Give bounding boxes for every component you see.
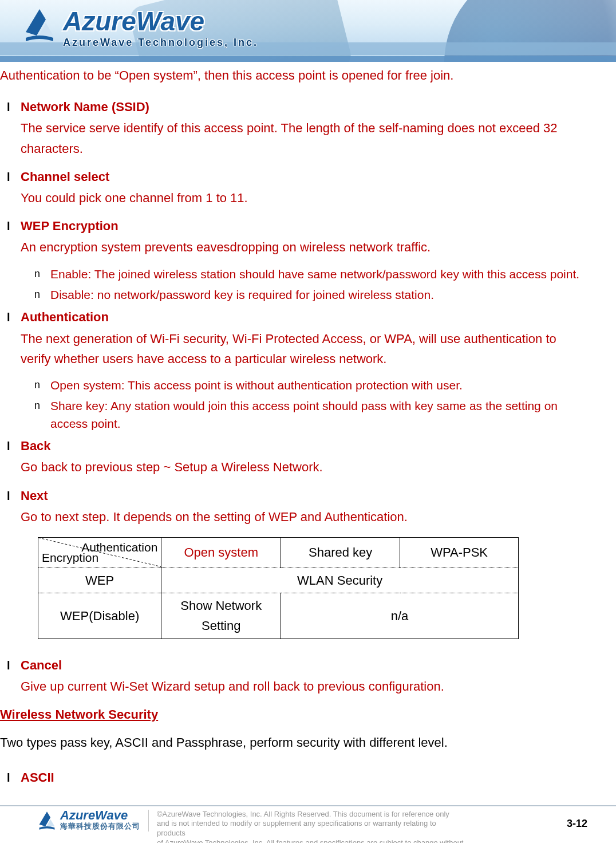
disclaimer-line: ©AzureWave Technologies, Inc. All Rights…: [157, 810, 466, 819]
item-wep-encryption: l WEP Encryption An encryption system pr…: [7, 216, 582, 304]
item-desc: You could pick one channel from 1 to 11.: [21, 188, 582, 208]
section-title-wireless-security: Wireless Network Security: [0, 704, 582, 724]
item-heading: Cancel: [21, 655, 582, 675]
item-heading: Next: [21, 486, 582, 506]
item-authentication: l Authentication The next generation of …: [7, 307, 582, 432]
diag-header-cell: Authentication Encryption: [38, 538, 161, 568]
col-shared-key: Shared key: [281, 538, 400, 568]
footer-logo-subtext: 海華科技股份有限公司: [60, 821, 140, 832]
azurewave-logo-icon: [23, 6, 56, 45]
intro-paragraph: Authentication to be “Open system”, then…: [0, 65, 582, 85]
item-cancel: l Cancel Give up current Wi-Set Wizard s…: [7, 655, 582, 696]
banner-logo-subtext: AzureWave Technologies, Inc.: [63, 37, 258, 49]
item-heading: WEP Encryption: [21, 216, 582, 236]
item-desc: Go back to previous step ~ Setup a Wirel…: [21, 457, 582, 477]
row-wep-label: WEP: [38, 568, 161, 593]
item-heading: Channel select: [21, 167, 582, 187]
section-text: Two types pass key, ASCII and Passphrase…: [0, 732, 582, 752]
item-network-name: l Network Name (SSID) The service serve …: [7, 97, 582, 159]
item-channel-select: l Channel select You could pick one chan…: [7, 167, 582, 208]
row-wep-disable-label: WEP(Disable): [38, 593, 161, 639]
bullet-icon: l: [7, 217, 10, 235]
item-desc: Go to next step. It depends on the setti…: [21, 507, 582, 527]
footer-logo: AzureWave 海華科技股份有限公司: [37, 810, 149, 832]
sub-bullet-icon: n: [34, 398, 40, 413]
footer-logo-text: AzureWave: [60, 810, 140, 822]
auth-encryption-matrix: Authentication Encryption Open system Sh…: [38, 537, 519, 639]
bullet-icon: l: [7, 769, 10, 787]
sub-bullet-icon: n: [34, 377, 40, 392]
bullet-icon: l: [7, 168, 10, 186]
item-heading: Authentication: [21, 307, 582, 327]
disclaimer-line: of AzureWave Technologies, Inc. All feat…: [157, 838, 466, 842]
page-footer: AzureWave 海華科技股份有限公司 ©AzureWave Technolo…: [0, 805, 616, 843]
sub-item-share-key: n Share key: Any station would join this…: [34, 397, 582, 432]
footer-disclaimer: ©AzureWave Technologies, Inc. All Rights…: [157, 810, 466, 843]
bullet-icon: l: [7, 656, 10, 675]
item-desc: The service serve identify of this acces…: [21, 118, 582, 158]
cell-na: n/a: [281, 593, 519, 639]
row-wep-value: WLAN Security: [161, 568, 519, 593]
sub-item-disable: n Disable: no network/password key is re…: [34, 286, 582, 304]
item-heading: Network Name (SSID): [21, 97, 582, 117]
sub-bullet-icon: n: [34, 266, 40, 281]
sub-item-enable: n Enable: The joined wireless station sh…: [34, 266, 582, 283]
sub-bullet-icon: n: [34, 287, 40, 302]
item-heading: ASCII: [21, 767, 582, 787]
sub-item-text: Disable: no network/password key is requ…: [50, 288, 434, 301]
diag-bottom-label: Encryption: [42, 548, 98, 568]
item-back: l Back Go back to previous step ~ Setup …: [7, 436, 582, 477]
bullet-icon: l: [7, 487, 10, 505]
cell-show-network: Show Network Setting: [161, 593, 281, 639]
sub-item-text: Open system: This access point is withou…: [50, 379, 463, 392]
bullet-icon: l: [7, 437, 10, 455]
item-desc: Give up current Wi-Set Wizard setup and …: [21, 676, 582, 696]
item-ascii: l ASCII: [7, 767, 582, 787]
azurewave-logo-icon: [37, 810, 57, 832]
item-heading: Back: [21, 436, 582, 456]
page-number: 3-12: [567, 818, 587, 830]
item-desc: An encryption system prevents eavesdropp…: [21, 237, 582, 257]
item-desc: The next generation of Wi-Fi security, W…: [21, 329, 582, 369]
sub-item-text: Share key: Any station would join this a…: [50, 399, 558, 429]
sub-item-text: Enable: The joined wireless station shou…: [50, 267, 579, 281]
banner-logo-text: AzureWave: [63, 8, 258, 34]
disclaimer-line: and is not intended to modify or supplem…: [157, 819, 466, 838]
col-wpa-psk: WPA-PSK: [400, 538, 519, 568]
sub-item-open-system: n Open system: This access point is with…: [34, 377, 582, 394]
col-open-system: Open system: [161, 538, 281, 568]
banner-band-2: [0, 56, 616, 62]
item-next: l Next Go to next step. It depends on th…: [7, 486, 582, 639]
bullet-icon: l: [7, 98, 10, 116]
bullet-icon: l: [7, 308, 10, 326]
header-banner: AzureWave AzureWave Technologies, Inc.: [0, 0, 616, 62]
